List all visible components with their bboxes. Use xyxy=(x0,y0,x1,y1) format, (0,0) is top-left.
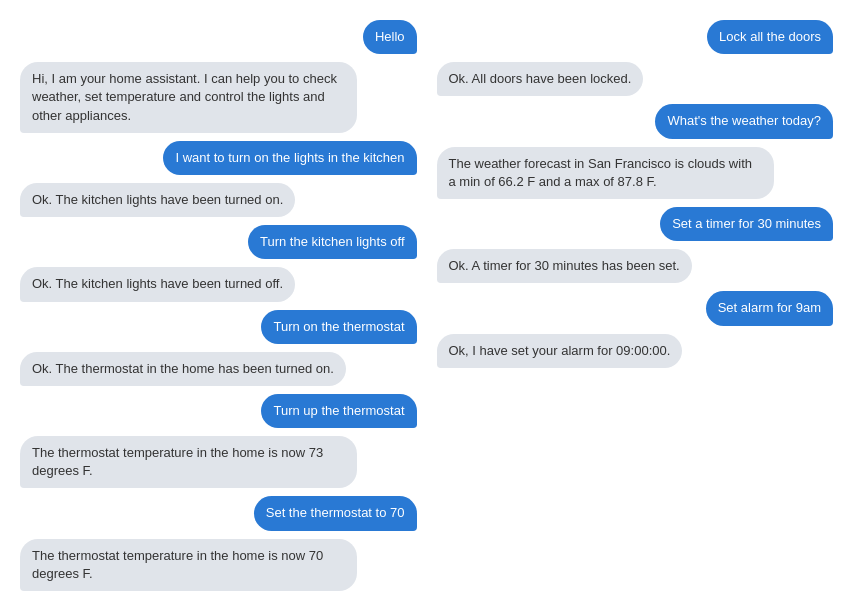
user-message-row: Set a timer for 30 minutes xyxy=(437,207,834,241)
bot-message-row: Hi, I am your home assistant. I can help… xyxy=(20,62,417,133)
user-bubble: I want to turn on the lights in the kitc… xyxy=(163,141,416,175)
user-message-row: I want to turn on the lights in the kitc… xyxy=(20,141,417,175)
left-column: HelloHi, I am your home assistant. I can… xyxy=(10,20,427,596)
user-message-row: Turn the kitchen lights off xyxy=(20,225,417,259)
bot-bubble: Ok. The kitchen lights have been turned … xyxy=(20,183,295,217)
bot-bubble: Ok. The thermostat in the home has been … xyxy=(20,352,346,386)
bot-bubble: The thermostat temperature in the home i… xyxy=(20,436,357,488)
user-bubble: What's the weather today? xyxy=(655,104,833,138)
user-bubble: Hello xyxy=(363,20,417,54)
user-bubble: Turn on the thermostat xyxy=(261,310,416,344)
user-bubble: Turn the kitchen lights off xyxy=(248,225,417,259)
bot-message-row: Ok. All doors have been locked. xyxy=(437,62,834,96)
right-column: Lock all the doorsOk. All doors have bee… xyxy=(427,20,844,596)
user-bubble: Lock all the doors xyxy=(707,20,833,54)
chat-container: HelloHi, I am your home assistant. I can… xyxy=(0,0,853,616)
bot-message-row: The weather forecast in San Francisco is… xyxy=(437,147,834,199)
bot-message-row: Ok. The thermostat in the home has been … xyxy=(20,352,417,386)
user-message-row: Turn up the thermostat xyxy=(20,394,417,428)
bot-message-row: The thermostat temperature in the home i… xyxy=(20,436,417,488)
user-message-row: Hello xyxy=(20,20,417,54)
user-bubble: Set the thermostat to 70 xyxy=(254,496,417,530)
bot-bubble: The thermostat temperature in the home i… xyxy=(20,539,357,591)
user-bubble: Set a timer for 30 minutes xyxy=(660,207,833,241)
bot-bubble: Ok. All doors have been locked. xyxy=(437,62,644,96)
user-message-row: Lock all the doors xyxy=(437,20,834,54)
user-bubble: Turn up the thermostat xyxy=(261,394,416,428)
bot-bubble: Ok. The kitchen lights have been turned … xyxy=(20,267,295,301)
user-message-row: Turn on the thermostat xyxy=(20,310,417,344)
bot-bubble: The weather forecast in San Francisco is… xyxy=(437,147,774,199)
bot-message-row: The thermostat temperature in the home i… xyxy=(20,539,417,591)
bot-bubble: Ok, I have set your alarm for 09:00:00. xyxy=(437,334,683,368)
bot-bubble: Ok. A timer for 30 minutes has been set. xyxy=(437,249,692,283)
bot-bubble: Hi, I am your home assistant. I can help… xyxy=(20,62,357,133)
bot-message-row: Ok. The kitchen lights have been turned … xyxy=(20,267,417,301)
bot-message-row: Ok. The kitchen lights have been turned … xyxy=(20,183,417,217)
user-bubble: Set alarm for 9am xyxy=(706,291,833,325)
user-message-row: What's the weather today? xyxy=(437,104,834,138)
bot-message-row: Ok, I have set your alarm for 09:00:00. xyxy=(437,334,834,368)
user-message-row: Set alarm for 9am xyxy=(437,291,834,325)
bot-message-row: Ok. A timer for 30 minutes has been set. xyxy=(437,249,834,283)
user-message-row: Set the thermostat to 70 xyxy=(20,496,417,530)
